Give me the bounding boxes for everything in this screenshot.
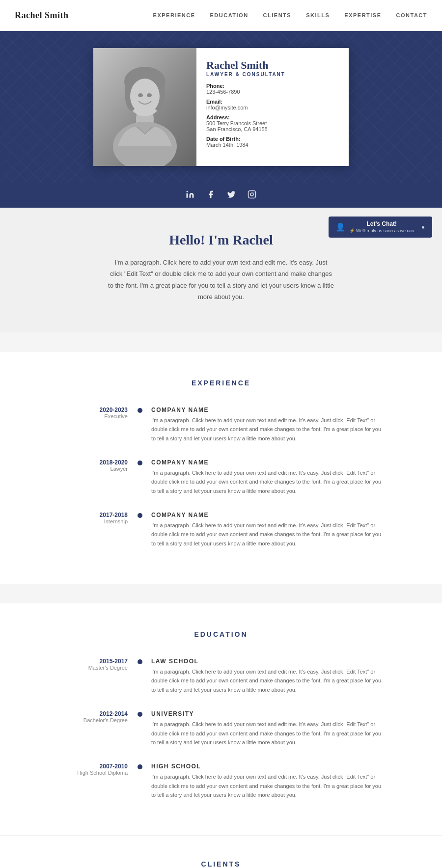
chat-main-text: Let's Chat! [349, 220, 414, 228]
exp-role-1: Executive [59, 413, 128, 419]
dob-row: Date of Birth: March 14th, 1984 [206, 136, 339, 148]
edu-left-1: 2015-2017 Master's Degree [59, 658, 138, 671]
address-line2: San Francisco, CA 94158 [206, 126, 339, 132]
divider-2 [0, 584, 442, 603]
hero-banner: Rachel Smith LAWYER & CONSULTANT Phone: … [0, 31, 442, 183]
profile-title: LAWYER & CONSULTANT [206, 72, 339, 77]
exp-right-1: COMPANY NAME I'm a paragraph. Click here… [151, 407, 383, 443]
svg-point-23 [187, 191, 188, 192]
exp-right-3: COMPANY NAME I'm a paragraph. Click here… [151, 512, 383, 548]
svg-point-25 [250, 193, 253, 196]
phone-label: Phone: [206, 83, 339, 89]
exp-right-2: COMPANY NAME I'm a paragraph. Click here… [151, 459, 383, 496]
experience-item-3: 2017-2018 Internship COMPANY NAME I'm a … [59, 512, 383, 548]
nav-link-education[interactable]: EDUCATION [210, 12, 249, 18]
svg-point-19 [138, 93, 143, 97]
svg-rect-22 [187, 193, 188, 198]
edu-role-3: High School Diploma [59, 770, 128, 776]
edu-right-1: LAW SCHOOL I'm a paragraph. Click here t… [151, 658, 383, 695]
nav-link-clients[interactable]: CLIENTS [263, 12, 292, 18]
edu-left-2: 2012-2014 Bachelor's Degree [59, 710, 138, 723]
chat-widget[interactable]: 👤 Let's Chat! ⚡ We'll reply as soon as w… [329, 217, 432, 238]
address-row: Address: 500 Terry Francois Street San F… [206, 114, 339, 132]
phone-row: Phone: 123-456-7890 [206, 83, 339, 95]
phone-value: 123-456-7890 [206, 89, 339, 95]
exp-years-3: 2017-2018 [59, 512, 128, 518]
exp-dot-2 [138, 461, 142, 465]
svg-line-3 [0, 31, 98, 129]
exp-left-3: 2017-2018 Internship [59, 512, 138, 524]
education-timeline: 2015-2017 Master's Degree LAW SCHOOL I'm… [59, 658, 383, 800]
education-title: EDUCATION [0, 630, 442, 638]
edu-dot-1 [138, 659, 142, 664]
edu-desc-3: I'm a paragraph. Click here to add your … [151, 772, 383, 800]
exp-years-2: 2018-2020 [59, 459, 128, 466]
email-label: Email: [206, 99, 339, 105]
edu-item-2: 2012-2014 Bachelor's Degree UNIVERSITY I… [59, 710, 383, 747]
svg-line-4 [344, 31, 442, 129]
edu-role-2: Bachelor's Degree [59, 717, 128, 723]
edu-years-3: 2007-2010 [59, 763, 128, 770]
svg-point-20 [147, 93, 152, 97]
clients-section: CLIENTS talo S SALIXSTILE [0, 835, 442, 868]
edu-right-3: HIGH SCHOOL I'm a paragraph. Click here … [151, 763, 383, 800]
exp-desc-1: I'm a paragraph. Click here to add your … [151, 416, 383, 443]
edu-dot-3 [138, 764, 142, 769]
chat-sub-text: ⚡ We'll reply as soon as we can [349, 228, 414, 234]
svg-point-26 [253, 192, 254, 193]
experience-timeline: 2020-2023 Executive COMPANY NAME I'm a p… [59, 407, 383, 548]
exp-dot-3 [138, 513, 142, 518]
chat-text: Let's Chat! ⚡ We'll reply as soon as we … [349, 220, 414, 234]
profile-name: Rachel Smith [206, 59, 339, 72]
email-row: Email: info@mysite.com [206, 99, 339, 110]
exp-left-2: 2018-2020 Lawyer [59, 459, 138, 472]
nav-link-skills[interactable]: SKILLS [306, 12, 330, 18]
edu-company-1: LAW SCHOOL [151, 658, 383, 665]
navigation: Rachel Smith EXPERIENCE EDUCATION CLIENT… [0, 0, 442, 31]
address-line1: 500 Terry Francois Street [206, 120, 339, 126]
edu-left-3: 2007-2010 High School Diploma [59, 763, 138, 776]
nav-link-experience[interactable]: EXPERIENCE [153, 12, 195, 18]
education-section: EDUCATION 2015-2017 Master's Degree LAW … [0, 603, 442, 835]
social-bar [0, 183, 442, 208]
edu-right-2: UNIVERSITY I'm a paragraph. Click here t… [151, 710, 383, 747]
linkedin-icon[interactable] [186, 190, 194, 201]
nav-link-expertise[interactable]: EXPERTISE [344, 12, 381, 18]
profile-photo [93, 48, 196, 166]
exp-desc-3: I'm a paragraph. Click here to add your … [151, 521, 383, 548]
svg-point-18 [130, 79, 160, 114]
edu-desc-1: I'm a paragraph. Click here to add your … [151, 667, 383, 695]
edu-company-3: HIGH SCHOOL [151, 763, 383, 770]
exp-company-2: COMPANY NAME [151, 459, 383, 466]
chevron-up-icon: ∧ [421, 224, 425, 231]
profile-card: Rachel Smith LAWYER & CONSULTANT Phone: … [93, 48, 349, 166]
exp-years-1: 2020-2023 [59, 407, 128, 413]
dob-value: March 14th, 1984 [206, 142, 339, 148]
nav-link-contact[interactable]: CONTACT [396, 12, 427, 18]
exp-role-3: Internship [59, 518, 128, 524]
edu-years-1: 2015-2017 [59, 658, 128, 665]
site-name: Rachel Smith [15, 10, 69, 21]
experience-section: EXPERIENCE 2020-2023 Executive COMPANY N… [0, 352, 442, 584]
profile-photo-side [93, 48, 196, 166]
facebook-icon[interactable] [206, 190, 215, 201]
email-value: info@mysite.com [206, 105, 339, 110]
edu-years-2: 2012-2014 [59, 710, 128, 717]
address-label: Address: [206, 114, 339, 120]
exp-role-2: Lawyer [59, 466, 128, 472]
edu-dot-2 [138, 712, 142, 717]
edu-item-1: 2015-2017 Master's Degree LAW SCHOOL I'm… [59, 658, 383, 695]
experience-title: EXPERIENCE [0, 379, 442, 387]
edu-role-1: Master's Degree [59, 665, 128, 671]
intro-section: 👤 Let's Chat! ⚡ We'll reply as soon as w… [0, 208, 442, 332]
instagram-icon[interactable] [248, 190, 256, 201]
twitter-icon[interactable] [227, 190, 236, 201]
exp-dot-1 [138, 408, 142, 413]
dob-label: Date of Birth: [206, 136, 339, 142]
exp-company-1: COMPANY NAME [151, 407, 383, 413]
profile-info-side: Rachel Smith LAWYER & CONSULTANT Phone: … [196, 48, 349, 166]
svg-rect-24 [249, 191, 256, 198]
nav-links: EXPERIENCE EDUCATION CLIENTS SKILLS EXPE… [153, 12, 427, 18]
clients-title: CLIENTS [0, 860, 442, 868]
exp-company-3: COMPANY NAME [151, 512, 383, 518]
